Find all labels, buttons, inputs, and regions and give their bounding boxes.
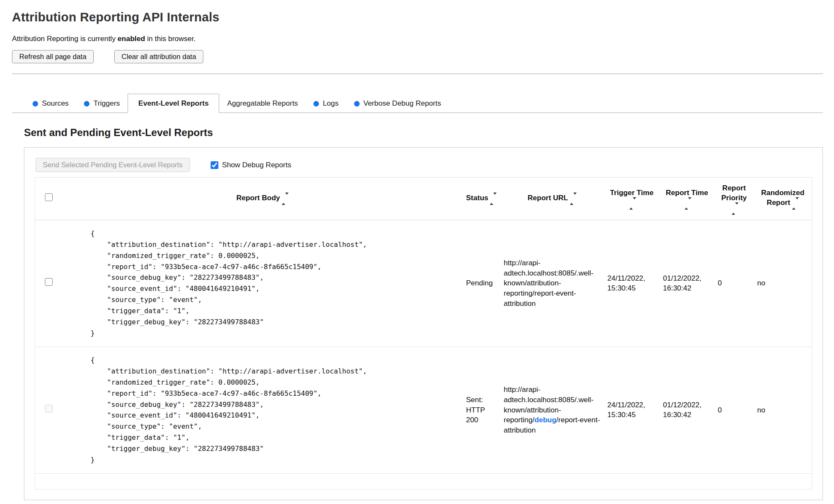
sort-icon (570, 194, 577, 204)
status-enabled-text: enabled (118, 35, 145, 43)
status-prefix: Attribution Reporting is currently (12, 35, 118, 43)
column-header-label: Report Priority (721, 184, 747, 202)
sort-icon (282, 194, 289, 204)
report-body-json: { "attribution_destination": "http://ara… (91, 228, 459, 339)
trigger-time-cell: 24/11/2022, 15:30:45 (604, 220, 660, 347)
tab-label: Aggregatable Reports (227, 99, 298, 108)
blue-dot-icon (33, 101, 38, 107)
report-body-cell: { "attribution_destination": "http://ara… (63, 347, 463, 473)
report-url-cell: http://arapi-adtech.localhost:8085/.well… (500, 347, 604, 473)
column-header-randomized-report[interactable]: Randomized Report (754, 178, 812, 220)
column-header-label: Report Body (236, 194, 280, 202)
page-title: Attribution Reporting API Internals (12, 10, 823, 24)
tab-label: Sources (42, 99, 69, 108)
clear-all-button[interactable]: Clear all attribution data (114, 50, 203, 63)
column-header-trigger-time[interactable]: Trigger Time (604, 178, 660, 220)
report-row-sent: { "attribution_destination": "http://ara… (35, 347, 812, 473)
table-footer-strip (35, 473, 812, 489)
column-header-label: Trigger Time (610, 189, 654, 197)
horizontal-divider (12, 74, 823, 74)
report-time-cell: 01/12/2022, 16:30:42 (660, 347, 715, 473)
row-checkbox-cell (35, 347, 63, 473)
refresh-all-button[interactable]: Refresh all page data (12, 50, 94, 63)
url-text: http://arapi-adtech.localhost:8085/.well… (504, 259, 594, 308)
report-row-pending: { "attribution_destination": "http://ara… (35, 220, 812, 347)
report-url-cell: http://arapi-adtech.localhost:8085/.well… (500, 220, 604, 347)
status-cell: Sent: HTTP 200 (463, 347, 500, 473)
tab-label: Triggers (93, 99, 120, 108)
table-header-row: Report Body Status Report URL Trigger Ti… (35, 178, 812, 220)
column-header-report-url[interactable]: Report URL (500, 178, 604, 220)
column-header-label: Status (466, 194, 488, 202)
sort-icon (629, 199, 636, 209)
sort-icon (732, 204, 739, 214)
column-header-status[interactable]: Status (463, 178, 500, 220)
tab-logs[interactable]: Logs (306, 95, 346, 113)
sort-icon (685, 199, 691, 209)
status-suffix: in this browser. (145, 35, 196, 43)
tab-label: Logs (323, 99, 339, 108)
blue-dot-icon (354, 101, 360, 107)
select-all-checkbox[interactable] (45, 193, 53, 201)
column-header-label: Report Time (666, 189, 708, 197)
sort-icon (490, 194, 497, 204)
report-body-json: { "attribution_destination": "http://ara… (91, 355, 459, 465)
tab-triggers[interactable]: Triggers (76, 95, 128, 113)
row-checkbox-cell (35, 220, 63, 347)
report-time-cell: 01/12/2022, 16:30:42 (660, 220, 715, 347)
show-debug-reports-label: Show Debug Reports (222, 161, 292, 169)
report-priority-cell: 0 (715, 347, 754, 473)
sort-icon (792, 199, 799, 209)
tab-label: Verbose Debug Reports (363, 99, 441, 108)
show-debug-reports-checkbox[interactable] (211, 161, 218, 169)
event-level-reports-panel: Send Selected Pending Event-Level Report… (24, 147, 823, 500)
report-body-cell: { "attribution_destination": "http://ara… (63, 220, 463, 347)
event-level-reports-table: Report Body Status Report URL Trigger Ti… (35, 177, 812, 489)
blue-dot-icon (84, 101, 89, 107)
feature-status-line: Attribution Reporting is currently enabl… (12, 35, 823, 43)
tab-aggregatable-reports[interactable]: Aggregatable Reports (219, 95, 305, 113)
row-select-checkbox[interactable] (45, 278, 53, 286)
column-header-report-time[interactable]: Report Time (660, 178, 715, 220)
blue-dot-icon (313, 101, 319, 107)
show-debug-reports-toggle[interactable]: Show Debug Reports (211, 161, 292, 169)
tab-event-level-reports[interactable]: Event-Level Reports (128, 94, 219, 113)
row-select-checkbox-disabled (45, 405, 53, 412)
attribution-internals-page: Attribution Reporting API Internals Attr… (0, 0, 834, 504)
select-all-header-cell (35, 178, 63, 220)
debug-url-segment[interactable]: debug (534, 416, 556, 424)
panel-toolbar: Send Selected Pending Event-Level Report… (36, 158, 812, 172)
trigger-time-cell: 24/11/2022, 15:30:45 (604, 347, 660, 473)
report-priority-cell: 0 (715, 220, 754, 347)
column-header-report-priority[interactable]: Report Priority (715, 178, 754, 220)
send-selected-pending-button[interactable]: Send Selected Pending Event-Level Report… (36, 158, 190, 172)
status-cell: Pending (463, 220, 500, 347)
tab-bar: Sources Triggers Event-Level Reports Agg… (12, 94, 823, 113)
tab-verbose-debug-reports[interactable]: Verbose Debug Reports (346, 95, 449, 113)
tab-sources[interactable]: Sources (25, 95, 76, 113)
randomized-report-cell: no (754, 220, 812, 347)
section-title: Sent and Pending Event-Level Reports (24, 127, 823, 139)
page-toolbar: Refresh all page data Clear all attribut… (12, 50, 823, 63)
randomized-report-cell: no (754, 347, 812, 473)
column-header-report-body[interactable]: Report Body (63, 178, 463, 220)
column-header-label: Report URL (527, 194, 568, 202)
tab-label: Event-Level Reports (138, 99, 208, 108)
